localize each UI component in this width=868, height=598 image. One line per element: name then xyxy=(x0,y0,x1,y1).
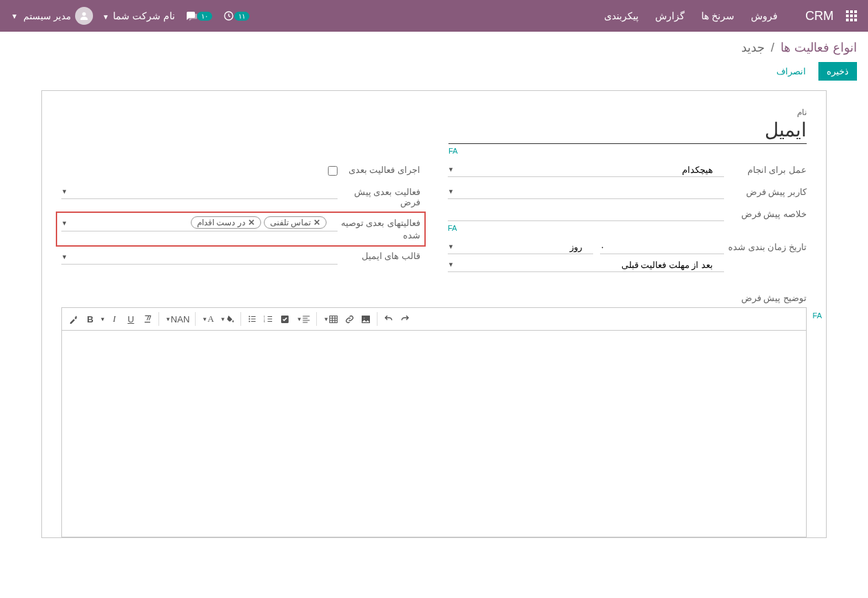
checklist-button[interactable] xyxy=(278,310,293,328)
force-next-label: اجرای فعالیت بعدی xyxy=(338,163,420,175)
recommended-next-tags[interactable]: ✕تماس تلفنی ✕در دست اقدام xyxy=(61,216,338,231)
svg-rect-15 xyxy=(303,316,310,317)
control-panel: انواع فعالیت ها / جدید ذخیره انصراف xyxy=(0,32,868,87)
close-icon[interactable]: ✕ xyxy=(313,218,320,227)
description-editor[interactable] xyxy=(61,331,807,537)
magic-icon[interactable] xyxy=(66,310,81,328)
undo-button[interactable] xyxy=(381,310,396,328)
list-ol-button[interactable]: 123 xyxy=(261,310,276,328)
svg-point-25 xyxy=(364,317,365,318)
tag-phonecall[interactable]: ✕تماس تلفنی xyxy=(264,216,327,229)
name-input[interactable] xyxy=(448,117,807,144)
scheduled-count-input[interactable] xyxy=(600,240,724,254)
menu-sales[interactable]: فروش xyxy=(743,10,786,21)
svg-point-4 xyxy=(249,318,250,320)
link-button[interactable] xyxy=(342,310,357,328)
clock-icon xyxy=(223,10,234,21)
translate-button[interactable]: FA xyxy=(448,147,457,155)
activity-count: ۱۱ xyxy=(234,12,249,21)
scheduled-unit-select[interactable] xyxy=(448,240,593,254)
activity-indicator[interactable]: ۱۱ xyxy=(223,10,251,21)
translate-button[interactable]: FA xyxy=(448,224,457,232)
svg-rect-18 xyxy=(303,322,308,323)
bold-button[interactable]: B xyxy=(83,310,98,328)
action-select[interactable] xyxy=(448,163,724,177)
svg-point-6 xyxy=(249,321,250,322)
bg-color-button[interactable]: ▼ xyxy=(218,310,237,328)
svg-rect-19 xyxy=(330,316,338,322)
caret-down-icon: ▼ xyxy=(103,13,110,21)
menu-report[interactable]: گزارش xyxy=(647,10,693,21)
company-switcher[interactable]: نام شرکت شما ▼ xyxy=(103,10,176,21)
speech-icon xyxy=(185,10,197,22)
action-label: عمل برای انجام xyxy=(724,163,807,175)
default-summary-input[interactable] xyxy=(448,207,724,221)
default-user-select[interactable] xyxy=(448,185,724,199)
form-sheet: نام FA عمل برای انجام ▼ کاربر پیش فرض ▼ xyxy=(41,90,827,538)
list-ul-button[interactable] xyxy=(245,310,260,328)
svg-rect-9 xyxy=(267,316,272,317)
default-next-select[interactable] xyxy=(61,185,338,199)
default-summary-label: خلاصه پیش فرض xyxy=(724,207,807,219)
name-label: نام xyxy=(61,107,807,117)
apps-icon[interactable] xyxy=(846,10,857,21)
svg-rect-11 xyxy=(267,319,272,320)
messaging-indicator[interactable]: ۱۰ xyxy=(185,10,214,22)
navbar: CRM فروش سرنخ ها گزارش پیکربندی ۱۱ ۱۰ نا… xyxy=(0,0,868,32)
scheduled-label: تاریخ زمان بندی شده xyxy=(724,240,807,252)
redo-button[interactable] xyxy=(397,310,413,328)
svg-rect-7 xyxy=(251,321,256,322)
font-size-button[interactable]: NAN▼ xyxy=(163,310,192,328)
align-button[interactable]: ▼ xyxy=(294,310,313,328)
tag-todo[interactable]: ✕در دست اقدام xyxy=(191,216,261,229)
table-button[interactable]: ▼ xyxy=(320,310,340,328)
scheduled-from-select[interactable] xyxy=(448,258,724,272)
caret-down-icon: ▼ xyxy=(11,12,18,20)
message-count: ۱۰ xyxy=(197,12,212,21)
mail-templates-tags[interactable] xyxy=(61,249,338,265)
force-next-checkbox[interactable] xyxy=(328,166,338,176)
breadcrumb-current: جدید xyxy=(741,41,765,54)
svg-rect-3 xyxy=(251,316,256,317)
default-user-label: کاربر پیش فرض xyxy=(724,185,807,197)
svg-rect-5 xyxy=(251,319,256,320)
recommended-next-row: فعالیتهای بعدی توصیه شده ✕تماس تلفنی ✕در… xyxy=(56,212,426,247)
editor-toolbar: B ▼ I U NAN▼ A▼ ▼ 123 ▼ ▼ xyxy=(61,307,807,331)
svg-rect-16 xyxy=(303,318,308,319)
save-button[interactable]: ذخیره xyxy=(818,62,857,81)
breadcrumb-parent[interactable]: انواع فعالیت ها xyxy=(781,41,857,54)
menu-config[interactable]: پیکربندی xyxy=(596,10,647,21)
brand[interactable]: CRM xyxy=(805,9,834,23)
breadcrumb: انواع فعالیت ها / جدید xyxy=(11,40,857,55)
recommended-next-label: فعالیتهای بعدی توصیه شده xyxy=(338,216,420,241)
svg-text:3: 3 xyxy=(264,320,265,323)
font-color-button[interactable]: A▼ xyxy=(199,310,216,328)
mail-templates-label: قالب های ایمیل xyxy=(338,249,420,261)
user-menu[interactable]: مدیر سیستم ▼ xyxy=(11,7,93,25)
translate-button[interactable]: FA xyxy=(813,311,822,320)
svg-point-2 xyxy=(249,316,250,318)
close-icon[interactable]: ✕ xyxy=(248,218,255,227)
svg-rect-13 xyxy=(267,321,272,322)
menu-leads[interactable]: سرنخ ها xyxy=(693,10,743,21)
avatar xyxy=(75,7,93,25)
italic-button[interactable]: I xyxy=(107,310,122,328)
svg-rect-17 xyxy=(303,320,310,321)
remove-format-button[interactable] xyxy=(140,310,155,328)
image-button[interactable] xyxy=(358,310,373,328)
nav-menu: فروش سرنخ ها گزارش پیکربندی xyxy=(596,10,786,21)
underline-button[interactable]: U xyxy=(123,310,138,328)
discard-button[interactable]: انصراف xyxy=(768,62,814,81)
default-desc-label: توضیح پیش فرض xyxy=(61,293,807,303)
default-next-label: فعالیت بعدی پیش فرض xyxy=(338,185,420,207)
svg-point-1 xyxy=(82,12,85,16)
